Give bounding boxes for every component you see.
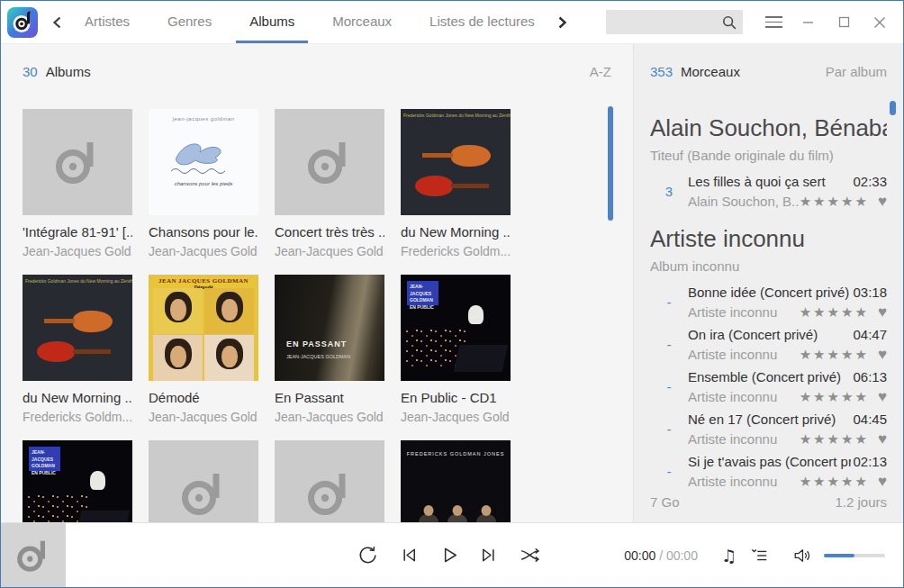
placeholder-d-icon	[176, 466, 231, 521]
volume-button[interactable]	[792, 546, 812, 565]
acoustic-guitar-shape	[73, 311, 113, 332]
favorite-heart-icon[interactable]: ♥	[878, 193, 887, 210]
track-artist: Alain Souchon, B...	[688, 193, 800, 210]
album-item[interactable]: JEAN-JACQUES GOLDMAN EN PUBLIC En Public…	[401, 275, 511, 425]
album-item[interactable]: Fredericks Goldman Jones du New Morning …	[401, 109, 511, 259]
album-item[interactable]: Concert très très ... Jean-Jacques Gold.…	[275, 109, 384, 259]
album-cover[interactable]	[23, 109, 132, 215]
face-photo	[153, 288, 203, 334]
album-cover[interactable]	[275, 109, 384, 215]
cover-text: EN PASSANT	[286, 339, 347, 348]
rating-stars[interactable]: ★★★★★	[800, 303, 869, 321]
track-number: -	[650, 421, 688, 437]
menu-button[interactable]	[757, 1, 790, 43]
album-title: du New Morning ...	[23, 390, 132, 406]
tab-listes-de-lectures[interactable]: Listes de lectures	[416, 1, 548, 43]
track-row[interactable]: - Ensemble (Concert privé)06:13 Artiste …	[650, 366, 887, 408]
tracks-pane-header: 353 Morceaux Par album	[634, 44, 903, 86]
track-duration: 04:45	[853, 411, 887, 428]
face-photo	[204, 288, 254, 334]
album-cover[interactable]	[275, 440, 384, 522]
maximize-button[interactable]	[826, 1, 862, 43]
album-item[interactable]: JEAN JACQUES GOLDMAN Démodé Démodé Jean-…	[149, 275, 258, 425]
cover-text: JEAN-JACQUES GOLDMAN EN PUBLIC	[407, 281, 438, 305]
album-cover[interactable]: JEAN-JACQUES GOLDMAN EN PUBLIC	[401, 275, 511, 381]
queue-button[interactable]	[749, 546, 769, 565]
minimize-button[interactable]	[790, 1, 826, 43]
volume-slider[interactable]	[824, 554, 885, 557]
album-item[interactable]	[149, 440, 258, 522]
albums-scrollbar-thumb[interactable]	[608, 106, 613, 221]
person-photo	[447, 514, 467, 522]
album-item[interactable]: Fredericks Goldman Jones du New Morning …	[23, 275, 132, 425]
tracks-sort-control[interactable]: Par album	[826, 64, 887, 79]
tabs-scroll-left-button[interactable]	[44, 1, 71, 43]
rating-stars[interactable]: ★★★★★	[800, 473, 869, 490]
album-cover[interactable]: JEAN JACQUES GOLDMAN Démodé	[149, 275, 258, 381]
person-photo	[419, 514, 438, 522]
close-button[interactable]	[862, 1, 898, 43]
total-duration: 1.2 jours	[835, 494, 887, 510]
track-row[interactable]: 3 Les filles à quoi ça sert02:33 Alain S…	[650, 170, 887, 213]
cover-text: Fredericks Goldman Jones du New Morning …	[23, 275, 132, 284]
favorite-heart-icon[interactable]: ♥	[878, 388, 887, 405]
album-item[interactable]: EN PASSANT JEAN-JACQUES GOLDMAN En Passa…	[275, 275, 384, 425]
queue-icon	[749, 546, 769, 565]
rating-stars[interactable]: ★★★★★	[800, 346, 869, 363]
album-cover[interactable]	[149, 440, 258, 522]
album-item[interactable]: FREDERICKS GOLDMAN JONES	[401, 440, 511, 522]
album-item[interactable]: 'Intégrale 81-91' [... Jean-Jacques Gold…	[23, 109, 132, 259]
rating-stars[interactable]: ★★★★★	[800, 388, 869, 405]
cover-text: chansons pour les pieds	[149, 181, 258, 186]
now-playing-button[interactable]: ♫	[721, 546, 737, 565]
album-artist: Fredericks Goldm...	[401, 243, 511, 259]
album-cover[interactable]: Fredericks Goldman Jones du New Morning …	[401, 109, 511, 215]
tracks-summary: 7 Go 1.2 jours	[650, 494, 887, 510]
search-input[interactable]	[606, 15, 720, 30]
title-bar: Artistes Genres Albums Morceaux Listes d…	[1, 1, 903, 44]
album-cover[interactable]: JEAN-JACQUES GOLDMAN EN PUBLIC	[23, 440, 132, 522]
albums-pane-header: 30 Albums A-Z	[1, 44, 633, 86]
album-cover[interactable]: jean-jacques goldman chansons pour les p…	[149, 109, 258, 215]
tabs-scroll-right-button[interactable]	[548, 1, 575, 43]
track-duration: 02:33	[853, 173, 887, 190]
favorite-heart-icon[interactable]: ♥	[878, 473, 887, 490]
group-artist-header: Artiste inconnu	[650, 226, 887, 252]
album-cover[interactable]: FREDERICKS GOLDMAN JONES	[401, 440, 511, 522]
rating-stars[interactable]: ★★★★★	[800, 430, 869, 448]
tracks-scrollbar-thumb[interactable]	[890, 101, 896, 115]
album-item[interactable]	[275, 440, 384, 522]
tab-artistes[interactable]: Artistes	[71, 1, 143, 43]
track-row[interactable]: - Né en 17 (Concert privé)04:45 Artiste …	[650, 408, 887, 450]
electric-guitar-shape	[37, 341, 75, 362]
favorite-heart-icon[interactable]: ♥	[878, 346, 887, 363]
track-row[interactable]: - Si je t'avais pas (Concert pr...02:13 …	[650, 450, 887, 493]
tab-genres[interactable]: Genres	[154, 1, 225, 43]
previous-track-button[interactable]	[396, 543, 420, 567]
track-row[interactable]: - On ira (Concert privé)04:47 Artiste in…	[650, 323, 887, 366]
album-item[interactable]: jean-jacques goldman chansons pour les p…	[149, 109, 258, 259]
piano-shape	[76, 511, 130, 522]
albums-sort-control[interactable]: A-Z	[590, 64, 611, 79]
track-duration: 06:13	[853, 368, 887, 385]
favorite-heart-icon[interactable]: ♥	[878, 430, 887, 448]
tab-albums[interactable]: Albums	[236, 1, 308, 43]
time-separator: /	[659, 548, 663, 563]
track-title: Si je t'avais pas (Concert pr...	[688, 453, 851, 470]
album-cover[interactable]: Fredericks Goldman Jones du New Morning …	[23, 275, 132, 381]
next-track-button[interactable]	[477, 543, 502, 567]
tab-morceaux[interactable]: Morceaux	[319, 1, 405, 43]
track-duration: 03:18	[853, 284, 887, 301]
track-row[interactable]: - Bonne idée (Concert privé)03:18 Artist…	[650, 281, 887, 323]
placeholder-d-icon	[50, 134, 105, 190]
loop-button[interactable]	[356, 543, 380, 567]
search-box	[606, 10, 743, 34]
favorite-heart-icon[interactable]: ♥	[878, 303, 887, 321]
shuffle-button[interactable]	[518, 543, 542, 567]
placeholder-d-icon	[302, 466, 357, 521]
album-item[interactable]: JEAN-JACQUES GOLDMAN EN PUBLIC	[23, 440, 132, 522]
play-button[interactable]	[437, 543, 461, 567]
rating-stars[interactable]: ★★★★★	[800, 193, 869, 210]
group-artist-header: Alain Souchon, Bénabar, F...	[650, 115, 887, 141]
album-cover[interactable]: EN PASSANT JEAN-JACQUES GOLDMAN	[275, 275, 384, 381]
